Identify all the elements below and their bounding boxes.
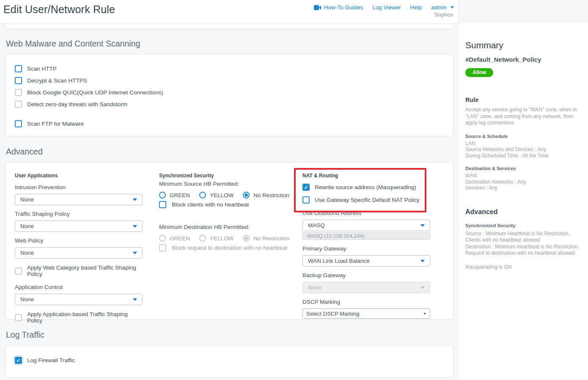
block-clients-checkbox[interactable] — [159, 201, 166, 208]
log-firewall-label: Log Firewall Traffic — [27, 357, 75, 363]
scan-ftp-checkbox[interactable] — [15, 120, 22, 127]
block-request-label: Block request to destination with no hea… — [172, 245, 287, 251]
log-viewer-link[interactable]: Log Viewer — [372, 4, 401, 11]
destination-yellow-radio — [199, 235, 206, 242]
summary-sidebar: Summary #Default_Network_Policy Allow Ru… — [459, 23, 588, 380]
policy-name: #Default_Network_Policy — [465, 56, 584, 63]
application-control-label: Application Control — [15, 284, 143, 290]
gateway-nat-row: Use Gateway Specific Default NAT Policy — [302, 196, 430, 204]
destination-no-restriction-option: No Restriction — [243, 235, 289, 242]
primary-gateway-value: WAN Link Load Balance — [308, 258, 370, 264]
decrypt-scan-https-checkbox[interactable] — [15, 77, 22, 84]
chevron-down-icon — [133, 198, 137, 201]
chevron-down-icon — [451, 6, 454, 8]
how-to-guides-link[interactable]: How-To Guides — [314, 4, 363, 11]
min-destination-hb-label: Minimum Destination HB Permitted: — [159, 224, 295, 230]
source-schedule-lines: LAN Source Networks and Devices : Any Du… — [465, 140, 584, 159]
source-networks: Source Networks and Devices : Any — [465, 146, 584, 153]
app-based-shaping-row: Apply Application-based Traffic Shaping … — [15, 311, 143, 324]
destination-yellow-option: YELLOW — [199, 235, 243, 242]
video-camera-icon — [314, 5, 321, 10]
how-to-guides-label: How-To Guides — [324, 4, 363, 11]
log-traffic-card: Log Firewall Traffic — [5, 345, 453, 378]
intrusion-prevention-select[interactable]: None — [15, 194, 143, 205]
rule-description: Accept any service going to "WAN" zone, … — [465, 107, 585, 127]
scan-ftp-label: Scan FTP for Malware — [27, 121, 84, 127]
destination-networks: Destination Networks : Any — [465, 179, 584, 185]
decrypt-scan-https-label: Decrypt & Scan HTTPS — [27, 77, 87, 84]
user-applications-column: User Applications Intrusion Prevention N… — [15, 162, 143, 324]
chevron-down-icon — [420, 260, 425, 262]
block-quic-row: Block Google QUIC(Quick UDP Internet Con… — [15, 89, 453, 96]
services: Services : Any — [465, 185, 584, 191]
destination-no-restriction-radio — [243, 235, 250, 242]
gateway-nat-checkbox[interactable] — [302, 196, 310, 204]
source-green-option[interactable]: GREEN — [159, 192, 199, 198]
source-green-radio[interactable] — [159, 192, 166, 198]
masquerading-summary: Masquerading is ON — [465, 264, 584, 270]
sync-security-summary-title: Synchronized Security — [465, 223, 584, 228]
source-yellow-label: YELLOW — [210, 192, 234, 198]
primary-gateway-select[interactable]: WAN Link Load Balance — [302, 255, 430, 267]
scrolled-card-edge — [5, 23, 454, 29]
scan-http-label: Scan HTTP — [27, 66, 57, 72]
outbound-address-label: Use Outbound Address — [302, 210, 430, 216]
brand-label: Sophos — [434, 11, 453, 18]
log-firewall-row: Log Firewall Traffic — [15, 357, 453, 364]
source-schedule-title: Source & Schedule — [465, 134, 584, 139]
masquerading-checkbox[interactable] — [302, 184, 310, 191]
status-badge: Allow — [465, 68, 493, 77]
scan-http-checkbox[interactable] — [15, 65, 22, 72]
admin-menu[interactable]: admin — [431, 4, 454, 11]
nat-routing-title: NAT & Routing — [302, 173, 430, 179]
block-quic-checkbox — [15, 89, 22, 96]
scan-http-row: Scan HTTP — [15, 65, 453, 72]
top-nav: How-To Guides Log Viewer Help admin — [314, 4, 454, 11]
source-yellow-option[interactable]: YELLOW — [199, 192, 243, 198]
source-no-restriction-label: No Restriction — [253, 192, 289, 198]
primary-gateway-label: Primary Gateway — [302, 245, 430, 252]
masquerading-row: Rewrite source address (Masquerading) — [302, 184, 430, 191]
help-link[interactable]: Help — [410, 4, 422, 11]
destination-yellow-label: YELLOW — [210, 235, 234, 242]
summary-heading: Summary — [465, 40, 584, 50]
page-header: Edit User/Network Rule How-To Guides Log… — [0, 0, 458, 23]
application-control-value: None — [20, 296, 34, 303]
source-zone: LAN — [465, 140, 584, 147]
nat-routing-column: NAT & Routing Rewrite source address (Ma… — [302, 162, 430, 319]
web-malware-heading: Web Malware and Content Scanning — [6, 39, 140, 49]
chevron-down-icon — [133, 298, 137, 301]
source-no-restriction-radio[interactable] — [243, 192, 250, 198]
web-policy-select[interactable]: None — [15, 247, 143, 259]
backup-gateway-value: None — [308, 284, 321, 291]
traffic-shaping-label: Traffic Shaping Policy — [15, 211, 143, 217]
sync-source-summary: Source : Minimum Heartbeat is No Restric… — [465, 231, 585, 244]
traffic-shaping-select[interactable]: None — [15, 220, 143, 232]
advanced-summary-title: Advanced — [465, 208, 584, 216]
log-firewall-checkbox[interactable] — [15, 357, 22, 364]
sandstorm-row: Detect zero-day threats with Sandstorm — [15, 101, 453, 108]
destination-green-option: GREEN — [159, 235, 199, 242]
log-traffic-heading: Log Traffic — [6, 330, 44, 340]
application-control-select[interactable]: None — [15, 294, 143, 305]
synchronized-security-title: Synchronized Security — [159, 173, 295, 179]
destination-green-label: GREEN — [170, 235, 190, 242]
chevron-down-icon — [133, 252, 137, 254]
chevron-down-icon — [133, 225, 137, 228]
intrusion-prevention-value: None — [20, 196, 34, 203]
block-clients-row: Block clients with no heartbeat — [159, 201, 295, 208]
source-hb-radio-group: GREEN YELLOW No Restriction — [159, 192, 295, 198]
source-yellow-radio[interactable] — [199, 192, 206, 198]
sandstorm-label: Detect zero-day threats with Sandstorm — [27, 101, 127, 107]
scheduled-time: During Scheduled Time : All the Time — [465, 153, 584, 159]
web-category-shaping-row: Apply Web Category based Traffic Shaping… — [15, 264, 143, 277]
dscp-marking-select[interactable]: Select DSCP Marking ▼ — [302, 308, 430, 319]
outbound-address-select[interactable]: MASQ — [302, 220, 430, 231]
source-no-restriction-option[interactable]: No Restriction — [243, 192, 289, 198]
chevron-down-icon — [420, 224, 425, 227]
web-category-shaping-checkbox — [15, 267, 22, 275]
log-viewer-label: Log Viewer — [372, 4, 401, 11]
dscp-marking-value: Select DSCP Marking — [306, 311, 359, 317]
min-source-hb-label: Minimum Source HB Permitted: — [159, 181, 295, 187]
masquerading-label: Rewrite source address (Masquerading) — [315, 184, 416, 190]
